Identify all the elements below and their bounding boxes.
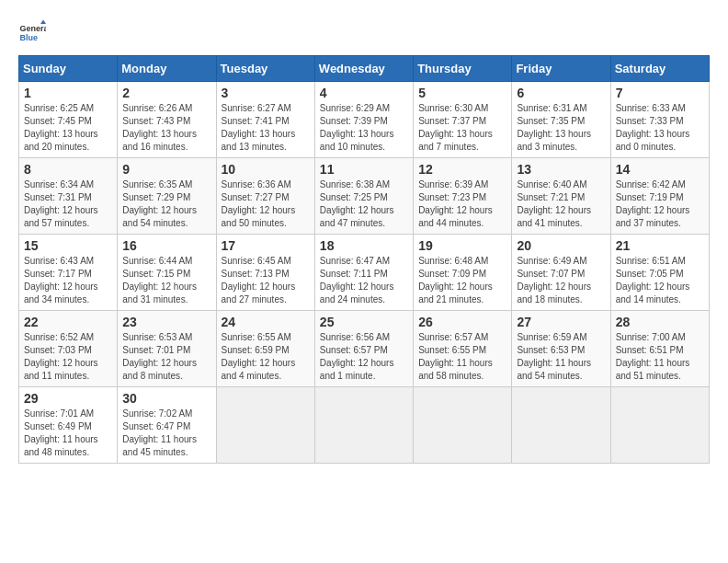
day-number: 6: [517, 86, 605, 100]
day-info: Sunrise: 6:39 AMSunset: 7:23 PMDaylight:…: [418, 178, 506, 230]
calendar-cell: 19Sunrise: 6:48 AMSunset: 7:09 PMDayligh…: [414, 235, 512, 311]
day-info: Sunrise: 6:34 AMSunset: 7:31 PMDaylight:…: [24, 178, 112, 230]
calendar-cell: 12Sunrise: 6:39 AMSunset: 7:23 PMDayligh…: [414, 158, 512, 235]
day-number: 26: [418, 315, 506, 329]
day-info: Sunrise: 7:00 AMSunset: 6:51 PMDaylight:…: [616, 331, 704, 383]
calendar-cell: 24Sunrise: 6:55 AMSunset: 6:59 PMDayligh…: [216, 311, 314, 387]
calendar-table: SundayMondayTuesdayWednesdayThursdayFrid…: [18, 55, 710, 464]
calendar-cell: 20Sunrise: 6:49 AMSunset: 7:07 PMDayligh…: [512, 235, 610, 311]
calendar-cell: [314, 387, 413, 464]
day-number: 21: [616, 238, 704, 253]
day-number: 11: [320, 162, 408, 177]
weekday-header: Saturday: [610, 56, 709, 82]
day-number: 18: [320, 238, 408, 253]
day-number: 7: [616, 86, 704, 100]
day-info: Sunrise: 6:29 AMSunset: 7:39 PMDaylight:…: [320, 102, 408, 154]
day-info: Sunrise: 6:25 AMSunset: 7:45 PMDaylight:…: [24, 102, 112, 154]
calendar-cell: 13Sunrise: 6:40 AMSunset: 7:21 PMDayligh…: [512, 158, 610, 235]
day-info: Sunrise: 6:49 AMSunset: 7:07 PMDaylight:…: [517, 255, 605, 306]
calendar-cell: 8Sunrise: 6:34 AMSunset: 7:31 PMDaylight…: [19, 158, 118, 235]
day-info: Sunrise: 6:26 AMSunset: 7:43 PMDaylight:…: [122, 102, 210, 154]
day-number: 20: [517, 238, 605, 253]
day-info: Sunrise: 6:56 AMSunset: 6:57 PMDaylight:…: [320, 331, 408, 383]
weekday-header: Friday: [512, 56, 610, 82]
day-number: 2: [122, 86, 210, 100]
calendar-cell: [216, 387, 314, 464]
day-info: Sunrise: 6:35 AMSunset: 7:29 PMDaylight:…: [122, 178, 210, 230]
calendar-week-row: 15Sunrise: 6:43 AMSunset: 7:17 PMDayligh…: [19, 235, 710, 311]
calendar-cell: 27Sunrise: 6:59 AMSunset: 6:53 PMDayligh…: [512, 311, 610, 387]
day-number: 19: [418, 238, 506, 253]
day-number: 16: [122, 238, 210, 253]
day-info: Sunrise: 6:27 AMSunset: 7:41 PMDaylight:…: [222, 102, 310, 154]
calendar-cell: 9Sunrise: 6:35 AMSunset: 7:29 PMDaylight…: [118, 158, 216, 235]
day-info: Sunrise: 6:47 AMSunset: 7:11 PMDaylight:…: [320, 255, 408, 306]
day-info: Sunrise: 6:45 AMSunset: 7:13 PMDaylight:…: [222, 255, 310, 306]
day-number: 4: [320, 86, 408, 100]
day-info: Sunrise: 6:51 AMSunset: 7:05 PMDaylight:…: [616, 255, 704, 306]
day-number: 5: [418, 86, 506, 100]
calendar-cell: 2Sunrise: 6:26 AMSunset: 7:43 PMDaylight…: [118, 82, 216, 158]
day-info: Sunrise: 6:57 AMSunset: 6:55 PMDaylight:…: [418, 331, 506, 383]
svg-text:General: General: [20, 24, 47, 33]
day-info: Sunrise: 6:36 AMSunset: 7:27 PMDaylight:…: [222, 178, 310, 230]
day-number: 29: [24, 391, 112, 406]
day-number: 23: [122, 315, 210, 329]
day-info: Sunrise: 6:42 AMSunset: 7:19 PMDaylight:…: [616, 178, 704, 230]
day-info: Sunrise: 6:53 AMSunset: 7:01 PMDaylight:…: [122, 331, 210, 383]
calendar-cell: 25Sunrise: 6:56 AMSunset: 6:57 PMDayligh…: [314, 311, 413, 387]
calendar-cell: 21Sunrise: 6:51 AMSunset: 7:05 PMDayligh…: [610, 235, 709, 311]
calendar-cell: 28Sunrise: 7:00 AMSunset: 6:51 PMDayligh…: [610, 311, 709, 387]
calendar-cell: 17Sunrise: 6:45 AMSunset: 7:13 PMDayligh…: [216, 235, 314, 311]
day-number: 17: [222, 238, 310, 253]
calendar-cell: 7Sunrise: 6:33 AMSunset: 7:33 PMDaylight…: [610, 82, 709, 158]
day-number: 25: [320, 315, 408, 329]
calendar-week-row: 8Sunrise: 6:34 AMSunset: 7:31 PMDaylight…: [19, 158, 710, 235]
day-info: Sunrise: 7:01 AMSunset: 6:49 PMDaylight:…: [24, 408, 112, 459]
day-number: 9: [122, 162, 210, 177]
svg-text:Blue: Blue: [20, 33, 39, 42]
weekday-header: Wednesday: [314, 56, 413, 82]
day-info: Sunrise: 6:52 AMSunset: 7:03 PMDaylight:…: [24, 331, 112, 383]
svg-marker-2: [40, 20, 46, 25]
calendar-cell: 18Sunrise: 6:47 AMSunset: 7:11 PMDayligh…: [314, 235, 413, 311]
day-info: Sunrise: 6:31 AMSunset: 7:35 PMDaylight:…: [517, 102, 605, 154]
calendar-week-row: 1Sunrise: 6:25 AMSunset: 7:45 PMDaylight…: [19, 82, 710, 158]
calendar-cell: 23Sunrise: 6:53 AMSunset: 7:01 PMDayligh…: [118, 311, 216, 387]
calendar-cell: 22Sunrise: 6:52 AMSunset: 7:03 PMDayligh…: [19, 311, 118, 387]
calendar-week-row: 29Sunrise: 7:01 AMSunset: 6:49 PMDayligh…: [19, 387, 710, 464]
day-number: 15: [24, 238, 112, 253]
day-number: 24: [222, 315, 310, 329]
day-number: 8: [24, 162, 112, 177]
calendar-cell: 16Sunrise: 6:44 AMSunset: 7:15 PMDayligh…: [118, 235, 216, 311]
calendar-cell: 5Sunrise: 6:30 AMSunset: 7:37 PMDaylight…: [414, 82, 512, 158]
day-number: 30: [122, 391, 210, 406]
calendar-cell: 10Sunrise: 6:36 AMSunset: 7:27 PMDayligh…: [216, 158, 314, 235]
day-info: Sunrise: 6:33 AMSunset: 7:33 PMDaylight:…: [616, 102, 704, 154]
day-info: Sunrise: 6:30 AMSunset: 7:37 PMDaylight:…: [418, 102, 506, 154]
weekday-header: Sunday: [19, 56, 118, 82]
calendar-cell: 30Sunrise: 7:02 AMSunset: 6:47 PMDayligh…: [118, 387, 216, 464]
day-number: 13: [517, 162, 605, 177]
calendar-cell: [414, 387, 512, 464]
day-info: Sunrise: 6:43 AMSunset: 7:17 PMDaylight:…: [24, 255, 112, 306]
day-info: Sunrise: 6:55 AMSunset: 6:59 PMDaylight:…: [222, 331, 310, 383]
day-number: 14: [616, 162, 704, 177]
day-info: Sunrise: 6:59 AMSunset: 6:53 PMDaylight:…: [517, 331, 605, 383]
weekday-header: Thursday: [414, 56, 512, 82]
calendar-cell: 6Sunrise: 6:31 AMSunset: 7:35 PMDaylight…: [512, 82, 610, 158]
weekday-header-row: SundayMondayTuesdayWednesdayThursdayFrid…: [19, 56, 710, 82]
day-number: 10: [222, 162, 310, 177]
day-number: 3: [222, 86, 310, 100]
calendar-cell: 29Sunrise: 7:01 AMSunset: 6:49 PMDayligh…: [19, 387, 118, 464]
calendar-cell: [512, 387, 610, 464]
calendar-cell: 11Sunrise: 6:38 AMSunset: 7:25 PMDayligh…: [314, 158, 413, 235]
calendar-week-row: 22Sunrise: 6:52 AMSunset: 7:03 PMDayligh…: [19, 311, 710, 387]
day-info: Sunrise: 7:02 AMSunset: 6:47 PMDaylight:…: [122, 408, 210, 459]
day-number: 22: [24, 315, 112, 329]
day-info: Sunrise: 6:38 AMSunset: 7:25 PMDaylight:…: [320, 178, 408, 230]
logo: General Blue: [18, 18, 46, 46]
calendar-cell: 26Sunrise: 6:57 AMSunset: 6:55 PMDayligh…: [414, 311, 512, 387]
calendar-cell: 15Sunrise: 6:43 AMSunset: 7:17 PMDayligh…: [19, 235, 118, 311]
day-number: 28: [616, 315, 704, 329]
